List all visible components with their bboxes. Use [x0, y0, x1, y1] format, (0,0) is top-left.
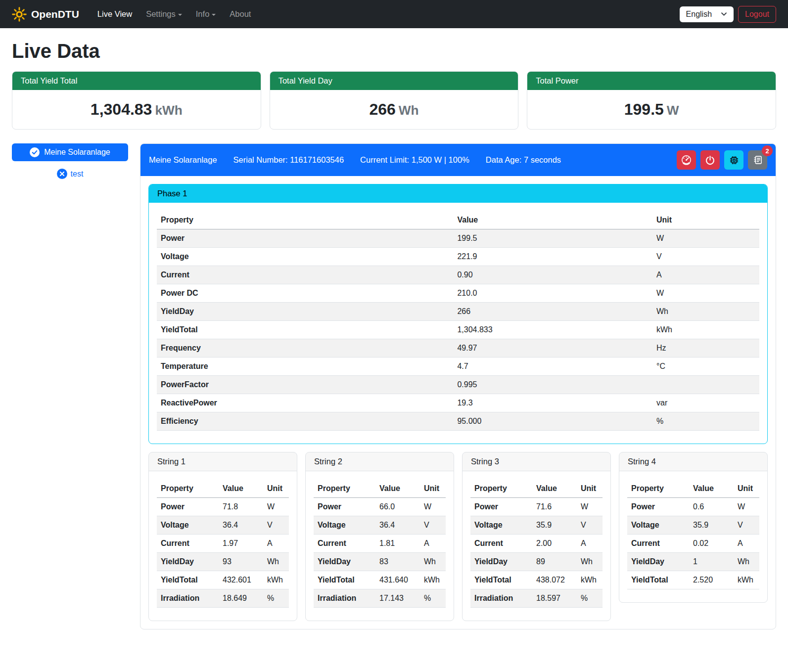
value-cell: 19.3 — [453, 394, 652, 412]
logout-button[interactable]: Logout — [738, 6, 776, 23]
value-cell: 66.0 — [375, 498, 420, 516]
phase-title: Phase 1 — [149, 184, 767, 203]
cpu-icon — [729, 155, 740, 166]
caret-down-icon — [212, 14, 216, 16]
table-row: Voltage36.4V — [314, 516, 446, 535]
column-unit: Unit — [263, 480, 289, 498]
value-cell: 4.7 — [453, 358, 652, 376]
value-cell: 0.90 — [453, 266, 652, 284]
table-row: YieldDay93Wh — [157, 553, 289, 571]
string-title: String 4 — [619, 452, 767, 471]
property-cell: Frequency — [157, 339, 453, 358]
language-select[interactable]: English — [680, 6, 734, 22]
table-row: Frequency49.97Hz — [157, 339, 759, 358]
table-row: Power71.8W — [157, 498, 289, 516]
power-icon — [705, 155, 715, 165]
inverter-serial: Serial Number: 116171603546 — [233, 155, 344, 165]
nav-item-live-view[interactable]: Live View — [92, 5, 138, 23]
card-title: Total Yield Total — [12, 72, 261, 90]
property-cell: Irradiation — [314, 589, 375, 608]
unit-cell: Wh — [263, 553, 289, 571]
column-unit: Unit — [420, 480, 446, 498]
brand[interactable]: OpenDTU — [12, 7, 79, 22]
table-header-row: Property Value Unit — [470, 480, 603, 498]
property-cell: Power — [314, 498, 375, 516]
table-row: PowerFactor0.995 — [157, 376, 759, 394]
unit-cell: kWh — [577, 571, 603, 589]
value-cell: 49.97 — [453, 339, 652, 358]
inverter-select-button[interactable]: Meine Solaranlage — [12, 143, 128, 161]
table-row: YieldTotal1,304.833kWh — [157, 321, 759, 339]
unit-cell: W — [652, 284, 759, 303]
property-cell: Power — [627, 498, 689, 516]
inverter-header: Meine Solaranlage Serial Number: 1161716… — [140, 144, 776, 176]
unit-cell: °C — [652, 358, 759, 376]
unit-cell: kWh — [263, 571, 289, 589]
property-cell: Irradiation — [470, 589, 532, 608]
event-count-badge[interactable]: 2 — [762, 145, 773, 156]
card-value: 266Wh — [270, 90, 518, 129]
table-row: YieldTotal438.072kWh — [470, 571, 603, 589]
caret-down-icon — [178, 14, 182, 16]
value-cell: 432.601 — [219, 571, 263, 589]
value-cell: 0.02 — [689, 535, 734, 553]
event-log-button[interactable]: 2 — [748, 150, 767, 170]
unit-cell: kWh — [652, 321, 759, 339]
inverter-card: Meine Solaranlage Serial Number: 1161716… — [140, 143, 776, 629]
inverter-name: Meine Solaranlage — [149, 155, 217, 165]
property-cell: Power — [157, 498, 219, 516]
total-yield-day-card: Total Yield Day 266Wh — [270, 71, 519, 130]
string-3-card: String 3 Property Value Unit — [462, 452, 611, 621]
unit-cell: Wh — [577, 553, 603, 571]
value-cell: 35.9 — [689, 516, 734, 535]
column-property: Property — [157, 480, 219, 498]
value-cell: 36.4 — [375, 516, 420, 535]
limit-settings-button[interactable] — [677, 150, 696, 170]
inverter-select-label: Meine Solaranlage — [44, 148, 110, 157]
unit-cell: % — [263, 589, 289, 608]
table-row: Current1.97A — [157, 535, 289, 553]
property-cell: Voltage — [627, 516, 689, 535]
nav-item-settings[interactable]: Settings — [140, 5, 187, 23]
table-row: Current2.00A — [470, 535, 603, 553]
column-unit: Unit — [577, 480, 603, 498]
property-cell: Power — [157, 229, 453, 248]
unit-cell — [652, 376, 759, 394]
x-circle-icon — [57, 169, 67, 179]
table-row: YieldTotal2.520kWh — [627, 571, 759, 589]
unit-cell: W — [734, 498, 759, 516]
check-circle-icon — [30, 147, 40, 157]
property-cell: Current — [314, 535, 375, 553]
value-cell: 35.9 — [532, 516, 577, 535]
unit-cell: V — [734, 516, 759, 535]
table-row: Voltage36.4V — [157, 516, 289, 535]
value-cell: 210.0 — [453, 284, 652, 303]
unit-cell: Hz — [652, 339, 759, 358]
phase-body: Property Value Unit Power199.5WVoltage22… — [149, 203, 767, 444]
table-row: Power199.5W — [157, 229, 759, 248]
inverter-item-test[interactable]: test — [12, 169, 128, 179]
property-cell: Current — [157, 266, 453, 284]
phase-table: Property Value Unit Power199.5WVoltage22… — [157, 211, 759, 431]
unit-cell: A — [420, 535, 446, 553]
power-button[interactable] — [700, 150, 720, 170]
string-1-card: String 1 Property Value Unit — [148, 452, 297, 621]
nav-item-about[interactable]: About — [224, 5, 256, 23]
column-property: Property — [470, 480, 532, 498]
unit-cell: A — [734, 535, 759, 553]
column-value: Value — [453, 211, 652, 229]
column-property: Property — [157, 211, 453, 229]
value-cell: 1,304.833 — [453, 321, 652, 339]
unit-cell: % — [652, 412, 759, 431]
device-info-button[interactable] — [724, 150, 743, 170]
value-cell: 1 — [689, 553, 734, 571]
navbar-right: English Logout — [680, 6, 776, 23]
card-title: Total Power — [527, 72, 776, 90]
value-unit: Wh — [399, 103, 419, 118]
property-cell: Voltage — [157, 516, 219, 535]
unit-cell: W — [263, 498, 289, 516]
value-cell: 71.8 — [219, 498, 263, 516]
string-title: String 2 — [306, 452, 454, 471]
value-cell: 83 — [375, 553, 420, 571]
nav-item-info[interactable]: Info — [190, 5, 222, 23]
